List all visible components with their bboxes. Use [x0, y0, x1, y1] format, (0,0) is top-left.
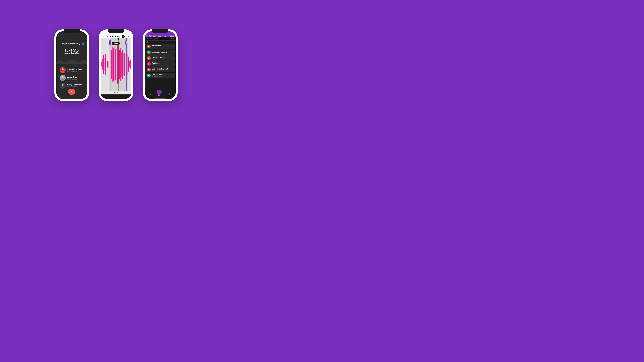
drag-handle-introduction[interactable]: ≡ [172, 45, 173, 47]
drag-handle-update[interactable]: ≡ [172, 57, 173, 59]
segment-listener[interactable]: ▶ Listener feedback intro 02:30 ≡ [146, 67, 175, 72]
seg-info-sponsored: Sponsored segment [152, 51, 171, 53]
svg-point-7 [62, 84, 64, 86]
phone-edit-audio: ← ⚑ Edit audio ▶ Save Split [99, 29, 133, 101]
participants-list: Stuart Mortensen ✓ Connected [56, 67, 87, 89]
discover-icon: 🎧 [148, 92, 151, 95]
svg-rect-61 [128, 57, 129, 72]
tab-details[interactable]: Details [166, 38, 176, 39]
svg-point-5 [61, 78, 64, 81]
segment-patched[interactable]: ▶ Patched In 00:04 ≡ [146, 61, 175, 67]
svg-point-8 [61, 86, 64, 89]
phone-notch-1 [64, 29, 80, 33]
seg-title-love: Love the show! [152, 74, 171, 76]
discover-label: Discover [148, 95, 152, 96]
svg-rect-52 [122, 55, 122, 74]
svg-rect-49 [120, 53, 120, 76]
seg-title-introduction: Introduction [152, 45, 171, 47]
seg-info-patched: Patched In 00:04 [152, 62, 171, 66]
svg-rect-53 [122, 50, 123, 79]
svg-rect-35 [111, 53, 111, 76]
save-button[interactable]: ▶ Save [122, 35, 129, 38]
seg-subtitle-update: 05:23 [152, 58, 171, 60]
participant-name-stuart: Stuart Mortensen [67, 68, 84, 70]
waveform-editor[interactable]: Split [100, 38, 132, 91]
split-tooltip[interactable]: Split [112, 42, 120, 45]
svg-rect-24 [102, 59, 102, 69]
svg-rect-57 [125, 57, 126, 72]
edit-bottom-bar [100, 94, 132, 99]
bottom-nav: 🎧 Discover + Tools 👤 Your Podcast [145, 91, 176, 98]
rearrange-title: Rearrange segments [148, 35, 166, 37]
svg-rect-27 [104, 58, 104, 71]
svg-point-1 [62, 68, 64, 70]
recording-timer: 5:02 [64, 47, 79, 56]
svg-rect-55 [124, 56, 124, 73]
tab-dot-preview [146, 38, 148, 39]
seg-subtitle-listener: 02:30 [152, 70, 171, 71]
play-update[interactable]: ▶ [147, 56, 151, 60]
rearrange-left: × Rearrange segments [146, 34, 166, 37]
svg-rect-30 [106, 57, 106, 72]
svg-rect-31 [106, 60, 107, 68]
segment-introduction[interactable]: ▶ Introduction 01:30 ≡ [146, 44, 175, 49]
svg-rect-23 [102, 62, 102, 66]
svg-rect-25 [103, 57, 103, 72]
playback-time: 03:08 [100, 91, 132, 94]
segment-update[interactable]: ▶ This week's update 05:23 ≡ [146, 55, 175, 61]
back-button[interactable]: ← [102, 35, 105, 38]
seg-title-listener: Listener feedback intro [152, 68, 171, 70]
seg-info-introduction: Introduction 01:30 [152, 45, 171, 48]
flag-icon[interactable]: ⚑ [106, 35, 109, 38]
svg-rect-41 [115, 43, 115, 85]
svg-rect-58 [126, 58, 126, 71]
rearrange-save-button[interactable]: Save [170, 35, 174, 37]
drag-handle-sponsored[interactable]: ≡ [172, 51, 173, 53]
play-sponsored[interactable]: $ [147, 50, 151, 54]
svg-rect-38 [113, 44, 113, 84]
svg-rect-50 [120, 48, 121, 81]
play-patched[interactable]: ▶ [147, 62, 151, 66]
phone-notch-3 [152, 29, 168, 33]
svg-rect-34 [108, 61, 109, 68]
people-icon: 👥 [82, 42, 84, 44]
seg-subtitle-patched: 00:04 [152, 64, 171, 66]
svg-rect-29 [105, 54, 106, 75]
phone-rearrange: × Rearrange segments Save Preview episod… [143, 29, 178, 101]
svg-rect-45 [117, 44, 118, 84]
nav-podcast[interactable]: 👤 Your Podcast [166, 92, 172, 96]
nav-discover[interactable]: 🎧 Discover [148, 92, 152, 96]
close-icon[interactable]: × [146, 34, 148, 37]
waveform-bg [56, 57, 87, 64]
podcast-icon: 👤 [168, 92, 171, 95]
seg-info-love: Love the show! Baggage Claim [152, 74, 171, 77]
segment-sponsored[interactable]: $ Sponsored segment ≡ [146, 49, 175, 55]
seg-title-sponsored: Sponsored segment [152, 51, 171, 53]
edit-audio-screen: ← ⚑ Edit audio ▶ Save Split [100, 31, 132, 99]
drag-handle-patched[interactable]: ≡ [172, 63, 173, 65]
recording-screen: 3 people are recording 👥 5:02 [56, 31, 87, 99]
play-love[interactable]: ▶ [147, 74, 151, 77]
nav-tools[interactable]: + Tools [158, 93, 160, 96]
svg-point-2 [61, 71, 64, 73]
drag-handle-listener[interactable]: ≡ [172, 69, 173, 71]
participant-info-lissy: Lissy Thompson ✓ Connected [67, 84, 84, 88]
svg-rect-42 [115, 48, 116, 80]
svg-rect-54 [123, 54, 124, 75]
segment-love[interactable]: ▶ Love the show! Baggage Claim ≡ [146, 73, 175, 78]
tools-fab[interactable]: + [156, 90, 162, 95]
participant-name-lissy: Lissy Thompson [67, 84, 84, 86]
seg-subtitle-introduction: 01:30 [152, 47, 171, 48]
drag-handle-love[interactable]: ≡ [172, 74, 173, 76]
play-introduction[interactable]: ▶ [147, 45, 151, 48]
tab-preview[interactable]: Preview episode [145, 38, 160, 39]
participant-status-stuart: ✓ Connected [67, 70, 84, 72]
svg-rect-64 [130, 60, 130, 68]
svg-rect-46 [118, 42, 118, 86]
avatar-stuart [60, 67, 66, 73]
end-call-button[interactable]: × [68, 89, 75, 95]
tabs-row: Preview episode Details [145, 37, 176, 40]
plus-icon: + [158, 91, 160, 94]
seg-subtitle-love: Baggage Claim [152, 76, 171, 77]
play-listener[interactable]: ▶ [147, 68, 151, 71]
